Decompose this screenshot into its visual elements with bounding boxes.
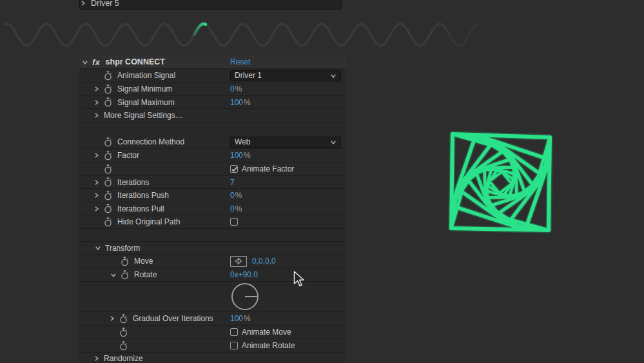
param-label: Move	[134, 257, 153, 266]
param-label: Iterations Pull	[117, 204, 164, 213]
dropdown-connection-method[interactable]: Web	[230, 137, 341, 148]
effect-controls-panel: fxshpr CONNECTResetAnimation SignalDrive…	[79, 55, 346, 363]
param-unit: %	[235, 191, 242, 200]
spiral-shape-preview	[419, 103, 580, 261]
signal-wave	[0, 13, 503, 58]
row-animate-factor: Animate Factor	[79, 162, 346, 175]
row-iterations: Iterations7	[79, 175, 346, 188]
row-hide-original-path: Hide Original Path	[79, 215, 346, 228]
spacer-row	[79, 122, 346, 135]
row-gradual-over-iterations: Gradual Over Iterations100%	[79, 311, 346, 325]
row-iterations-push: Iterations Push0%	[79, 188, 346, 202]
param-unit: %	[244, 314, 251, 323]
chevron-right-icon[interactable]	[93, 355, 102, 362]
param-value[interactable]: 7	[230, 178, 235, 187]
stopwatch-icon[interactable]	[104, 97, 112, 107]
stopwatch-icon[interactable]	[121, 257, 129, 266]
stopwatch-icon[interactable]	[119, 341, 128, 351]
param-value[interactable]: 0	[230, 191, 235, 200]
spacer-row	[79, 228, 346, 241]
checkbox-label: Animate Rotate	[242, 341, 295, 350]
chevron-down-icon[interactable]	[95, 245, 104, 251]
chevron-right-icon[interactable]	[80, 0, 86, 6]
checkbox-animate-rotate[interactable]	[230, 342, 238, 349]
mouse-cursor	[293, 271, 309, 288]
checkbox-label: Animate Factor	[242, 164, 294, 173]
dropdown-animation-signal[interactable]: Driver 1	[230, 70, 341, 81]
stopwatch-icon[interactable]	[104, 191, 112, 201]
stopwatch-icon[interactable]	[104, 204, 112, 213]
row-animation-signal: Animation SignalDriver 1	[79, 68, 346, 82]
param-label: Factor	[117, 151, 139, 160]
point-control-button[interactable]	[230, 256, 247, 267]
row-animate-move: Animate Move	[79, 325, 346, 338]
row-animate-rotate: Animate Rotate	[79, 338, 346, 352]
chevron-right-icon[interactable]	[93, 192, 102, 199]
row-transform: Transform	[79, 241, 346, 254]
param-value[interactable]: 0,0,0,0	[252, 257, 276, 266]
param-label: Signal Minimum	[117, 84, 172, 93]
dropdown-value: Web	[235, 137, 250, 146]
stopwatch-icon[interactable]	[119, 328, 128, 337]
param-label: Iterations	[117, 178, 149, 187]
chevron-right-icon[interactable]	[93, 112, 102, 119]
dropdown-value: Driver 1	[235, 71, 262, 80]
param-unit: %	[244, 151, 251, 160]
param-label: Gradual Over Iterations	[133, 314, 213, 323]
chevron-down-icon	[330, 73, 337, 79]
param-value[interactable]: 0x+90.0	[230, 270, 258, 279]
param-unit: %	[235, 204, 242, 213]
row-move: Move0,0,0,0	[79, 254, 346, 268]
effect-header-row[interactable]: fxshpr CONNECTReset	[79, 55, 346, 68]
checkbox-hide-original-path[interactable]	[230, 218, 238, 226]
param-label: Signal Maximum	[117, 98, 175, 107]
stopwatch-icon[interactable]	[121, 270, 129, 280]
row-signal-minimum: Signal Minimum0%	[79, 82, 346, 95]
driver-panel-header[interactable]: Driver 5	[79, 0, 342, 10]
stopwatch-icon[interactable]	[104, 71, 112, 81]
param-label: Connection Method	[117, 137, 184, 146]
param-label: Iterations Push	[117, 191, 169, 200]
chevron-right-icon[interactable]	[109, 315, 118, 322]
chevron-down-icon[interactable]	[82, 59, 88, 65]
param-label: Hide Original Path	[117, 217, 180, 226]
stopwatch-icon[interactable]	[104, 177, 112, 187]
chevron-down-icon	[330, 139, 337, 145]
stopwatch-icon[interactable]	[104, 164, 112, 174]
param-label: More Signal Settings…	[104, 111, 183, 120]
row-factor: Factor100%	[79, 148, 346, 162]
row-more-signal-settings: More Signal Settings…	[79, 108, 346, 122]
rotation-dial[interactable]	[230, 282, 260, 313]
fx-effect-toggle-icon[interactable]: fx	[92, 57, 101, 67]
checkbox-animate-move[interactable]	[230, 328, 238, 336]
stopwatch-icon[interactable]	[104, 137, 112, 147]
stopwatch-icon[interactable]	[119, 314, 128, 324]
driver-panel-label: Driver 5	[91, 0, 119, 8]
chevron-right-icon[interactable]	[93, 206, 102, 212]
reset-button[interactable]: Reset	[230, 57, 250, 66]
row-iterations-pull: Iterations Pull0%	[79, 202, 346, 215]
row-signal-maximum: Signal Maximum100%	[79, 95, 346, 108]
param-value[interactable]: 100	[230, 314, 243, 323]
param-value[interactable]: 100	[230, 151, 243, 160]
effect-name: shpr CONNECT	[106, 57, 165, 66]
chevron-right-icon[interactable]	[93, 99, 102, 106]
row-connection-method: Connection MethodWeb	[79, 135, 346, 148]
param-value[interactable]: 0	[230, 204, 235, 213]
stopwatch-icon[interactable]	[104, 84, 112, 94]
checkbox-label: Animate Move	[242, 328, 291, 337]
param-value[interactable]: 100	[230, 98, 243, 107]
param-label: Rotate	[134, 270, 157, 279]
param-label: Randomize	[104, 354, 143, 363]
stopwatch-icon[interactable]	[104, 217, 112, 227]
chevron-right-icon[interactable]	[93, 86, 102, 92]
param-label: Transform	[105, 244, 140, 253]
chevron-down-icon[interactable]	[110, 272, 119, 278]
param-value[interactable]: 0	[230, 84, 235, 93]
chevron-right-icon[interactable]	[93, 179, 102, 186]
param-unit: %	[244, 98, 251, 107]
stopwatch-icon[interactable]	[104, 151, 112, 161]
chevron-right-icon[interactable]	[93, 152, 102, 159]
checkbox-animate-factor[interactable]	[230, 165, 238, 173]
row-randomize: Randomize	[79, 352, 346, 363]
